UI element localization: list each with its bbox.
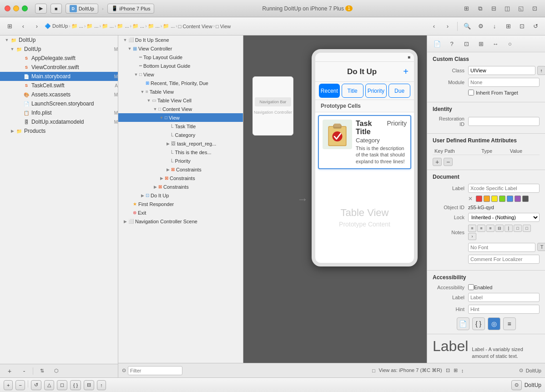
notes-align-center[interactable]: ≡ [477,225,485,232]
hide-panel-btn[interactable]: ⊙ [511,380,522,390]
icon-doc-btn[interactable]: 📄 [457,317,469,330]
tree-group-products[interactable]: 📁 Products [0,126,118,136]
doc-label-input[interactable] [468,184,540,193]
identity-inspector-btn[interactable]: ⊡ [460,38,473,49]
swatch-purple[interactable] [515,196,521,202]
tree-group-doitup[interactable]: 📁 DoItUp M [0,45,118,54]
breadcrumb-item[interactable]: □ View [216,24,231,29]
acc-label-input[interactable] [468,293,540,302]
module-input[interactable] [468,78,540,87]
notes-more[interactable]: › [468,233,476,240]
class-input[interactable] [468,66,535,75]
tree-item-appdelegate[interactable]: S AppDelegate.swift [0,54,118,63]
outline-segment-control[interactable]: ⊞ Recent, Title, Priority, Due [118,79,243,87]
outline-view-controller[interactable]: ▦ View Controller [118,44,243,53]
share-btn[interactable]: ↑ [97,380,106,390]
breadcrumb-item[interactable]: 📁 ... [148,23,160,29]
seg-recent[interactable]: Recent [319,84,340,98]
seg-title[interactable]: Title [342,84,363,98]
tree-item-mainstoryboard[interactable]: 📄 Main.storyboard M [0,72,118,81]
outline-table-view[interactable]: ≡ Table View [118,87,243,96]
acc-hint-input[interactable] [468,305,540,314]
tree-item-infoplist[interactable]: 📋 Info.plist M [0,108,118,117]
iphone-add-btn[interactable]: + [403,66,409,77]
issues-btn[interactable]: △ [44,380,54,390]
comment-input[interactable] [468,255,540,264]
inspector-btn-4[interactable]: ⊞ [502,20,514,32]
breadcrumb-item[interactable]: 📁 ... [86,23,98,29]
restoration-input[interactable] [468,117,540,126]
outline-description[interactable]: L This is the des... [118,148,243,156]
swatch-remove[interactable]: ✕ [468,196,473,202]
layout-btn-5[interactable]: ◱ [515,3,527,15]
run-button[interactable]: ▶ [35,4,47,14]
filter-input[interactable] [128,366,182,375]
tree-item-taskcell[interactable]: S TaskCell.swift A [0,81,118,90]
filter-btn[interactable]: ⬡ [50,365,62,377]
swatch-blue[interactable] [507,196,513,202]
breadcrumb-item[interactable]: 📁 ... [71,23,83,29]
attrib-inspector-btn[interactable]: ⊞ [474,38,487,49]
layout-btn-6[interactable]: ⊡ [529,3,540,15]
breadcrumb-item[interactable]: 📁 ... [132,23,144,29]
device-btn[interactable]: 📱 iPhone 7 Plus [107,4,155,14]
remove-file-btn[interactable]: - [18,365,30,377]
icon-circle-btn[interactable]: ◎ [488,317,500,330]
sort-btn[interactable]: ⇅ [36,365,48,377]
font-T-btn[interactable]: T [537,243,545,251]
outline-constraints-2[interactable]: ⊠ Constraints [118,174,243,182]
prev-btn[interactable]: ‹ [428,20,440,32]
add-file-btn[interactable]: + [4,365,15,377]
seg-due[interactable]: Due [389,84,410,98]
layout-btn-2[interactable]: ⧉ [474,3,486,15]
inspector-btn-2[interactable]: ⚙ [475,20,487,32]
swatch-yellow[interactable] [491,196,498,202]
tree-item-viewcontroller[interactable]: S ViewController.swift [0,63,118,72]
outline-first-responder[interactable]: ★ First Responder [118,200,243,208]
class-arrow-btn[interactable]: ↑ [537,66,545,75]
outline-exit[interactable]: ⊗ Exit [118,208,243,217]
layout-btn-4[interactable]: ◫ [501,3,513,15]
split-btn[interactable]: ⊟ [84,380,94,390]
remove-bottom-btn[interactable]: − [15,380,25,390]
tree-item-datamodel[interactable]: 🗄 DoItUp.xcdatamodeld M [0,117,118,126]
minimize-button[interactable] [13,5,19,11]
close-button[interactable] [5,5,10,11]
breadcrumb-item[interactable]: 🔷 DoItUp [45,23,68,29]
outline-nav-controller-scene[interactable]: ⬜ Navigation Controller Scene [118,217,243,226]
outline-view[interactable]: □ View [118,70,243,79]
accessibility-checkbox[interactable] [468,284,474,290]
inspector-btn-1[interactable]: 🔍 [461,20,473,32]
layout-btn-3[interactable]: ⊟ [488,3,500,15]
quick-help-btn[interactable]: ? [445,38,458,49]
outline-constraints-1[interactable]: ⊠ Constraints [118,165,243,174]
app-name-btn[interactable]: D DoItUp [66,4,98,14]
outline-constraints-3[interactable]: ⊠ Constraints [118,182,243,191]
icon-code-btn[interactable]: { } [472,317,485,330]
warning-badge[interactable]: 1 [345,5,353,11]
swatch-red[interactable] [476,196,482,202]
breadcrumb-item[interactable]: 📁 ... [117,23,129,29]
lock-select[interactable]: Inherited - (Nothing) [468,213,540,222]
connections-inspector-btn[interactable]: ○ [504,38,516,49]
ud-add-btn[interactable]: + [433,158,442,166]
font-input[interactable] [468,243,535,252]
inspector-btn-3[interactable]: ↓ [489,20,500,32]
tree-root[interactable]: 📁 DoItUp [0,35,118,45]
outline-table-cell[interactable]: ▭ Table View Cell [118,96,243,105]
outline-task-title[interactable]: L Task Title [118,122,243,131]
outline-task-report[interactable]: 🖼 task_report_reg... [118,139,243,148]
notes-align-right[interactable]: ≡ [486,225,495,232]
notes-align-left[interactable]: ≡ [468,225,476,232]
notes-align-justify[interactable]: ⊟ [495,225,504,232]
breadcrumb-item[interactable]: 📁 ... [163,23,175,29]
layout-btn-1[interactable]: ⊞ [460,3,472,15]
outline-content-view[interactable]: □ Content View [118,105,243,113]
icon-list-btn[interactable]: ≡ [503,317,516,330]
fullscreen-button[interactable] [22,5,28,11]
next-btn[interactable]: › [442,20,454,32]
code-btn[interactable]: { } [70,380,81,390]
swatch-dark[interactable] [522,196,529,202]
add-bottom-btn[interactable]: + [4,380,13,390]
notes-img-1[interactable]: □ [514,225,522,232]
